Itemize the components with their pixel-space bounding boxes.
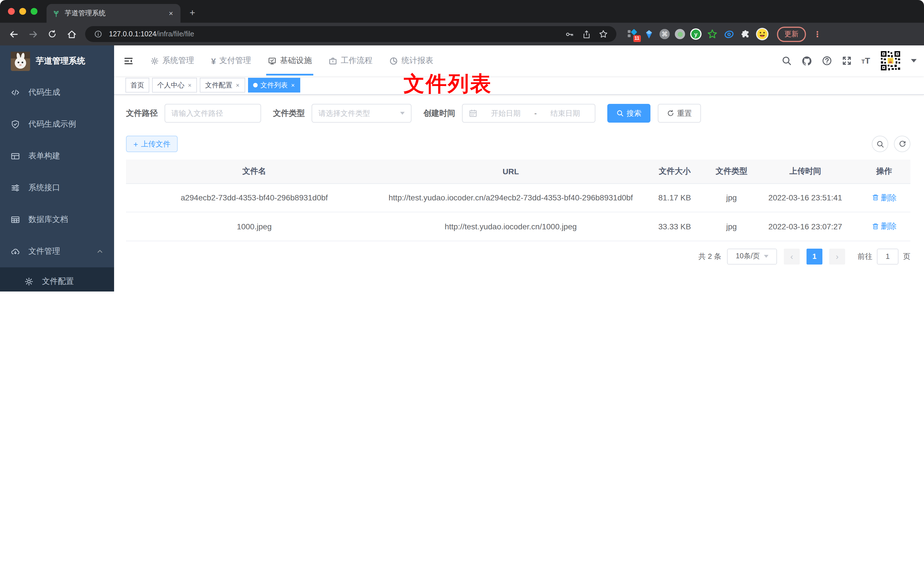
create-time-label: 创建时间 [423, 108, 455, 118]
address-bar[interactable]: 127.0.0.1:1024/infra/file/file [85, 26, 616, 42]
col-upload-time: 上传时间 [752, 160, 858, 183]
share-icon[interactable] [580, 28, 592, 40]
browser-update-button[interactable]: 更新 [777, 26, 806, 42]
form-icon [11, 152, 20, 161]
filter-file-path: 文件路径 [126, 104, 261, 122]
tab-close-icon[interactable]: × [167, 9, 175, 18]
sidebar-item-file-management[interactable]: 文件管理 [0, 236, 114, 268]
search-button[interactable]: 搜索 [607, 104, 650, 122]
yen-icon: ¥ [211, 56, 216, 66]
extension-circle-icon[interactable] [675, 29, 685, 39]
gear-icon [150, 56, 159, 65]
traffic-lights[interactable] [8, 8, 38, 15]
sidebar-item-system-api[interactable]: 系统接口 [0, 172, 114, 204]
filter-create-time: 创建时间 开始日期 - 结束日期 [423, 104, 596, 122]
sidebar-collapse-icon[interactable] [114, 56, 142, 66]
new-tab-button[interactable]: + [190, 7, 195, 23]
close-icon[interactable]: × [187, 82, 192, 89]
site-info-icon[interactable] [92, 28, 104, 40]
gear-icon [25, 277, 33, 286]
github-icon[interactable] [801, 55, 812, 66]
tab-title: 芋道管理系统 [65, 8, 163, 18]
cell-file-type: jpg [710, 212, 752, 241]
sidebar-item-code-generation[interactable]: 代码生成 [0, 77, 114, 109]
sidebar-item-db-doc[interactable]: 数据库文档 [0, 204, 114, 236]
help-icon[interactable] [822, 56, 832, 66]
url-path: /infra/file/file [156, 30, 194, 38]
page-size-select[interactable]: 10条/页 [727, 248, 777, 264]
topnav-system-management[interactable]: 系统管理 [142, 45, 203, 76]
page-content: 文件路径 文件类型 请选择文件类型 创建时间 [114, 95, 924, 292]
goto-page-input[interactable] [877, 248, 898, 264]
plus-icon: + [134, 139, 138, 149]
password-key-icon[interactable] [563, 28, 576, 40]
user-avatar-qr[interactable] [880, 50, 901, 71]
sidebar-item-file-config[interactable]: 文件配置 [0, 268, 114, 292]
topnav-workflow[interactable]: 工作流程 [320, 45, 381, 76]
home-icon[interactable] [64, 26, 79, 42]
browser-menu-icon[interactable]: ⋮ [811, 30, 823, 39]
briefcase-icon [329, 56, 337, 65]
tag-profile[interactable]: 个人中心 × [152, 78, 197, 92]
fullscreen-icon[interactable] [842, 56, 851, 66]
filter-form: 文件路径 文件类型 请选择文件类型 创建时间 [126, 104, 911, 122]
col-file-type: 文件类型 [710, 160, 752, 183]
prev-page-button[interactable]: ‹ [784, 248, 800, 264]
extension-vimium-icon[interactable] [643, 28, 654, 40]
bookmark-star-icon[interactable] [597, 28, 610, 40]
goto-label: 前往 [858, 251, 872, 261]
reset-button[interactable]: 重置 [658, 104, 701, 122]
refresh-icon [667, 109, 674, 117]
cell-file-size: 81.17 KB [639, 183, 711, 212]
close-icon[interactable]: × [235, 82, 240, 89]
cell-upload-time: 2022-03-16 23:07:27 [752, 212, 858, 241]
extension-command-icon[interactable]: ⌘ [660, 29, 670, 39]
profile-avatar-emoji[interactable] [756, 28, 769, 40]
tag-file-list[interactable]: 文件列表 × [248, 78, 300, 92]
close-window-button[interactable] [8, 8, 15, 15]
font-size-icon[interactable]: TT [861, 56, 870, 66]
table-toolbar: + 上传文件 [126, 135, 911, 152]
refresh-table-button[interactable] [894, 135, 911, 152]
cell-actions: 删除 [858, 212, 911, 241]
col-url: URL [383, 160, 639, 183]
reload-icon[interactable] [44, 26, 60, 42]
browser-tab[interactable]: 芋道管理系统 × [46, 4, 180, 23]
col-file-name: 文件名 [126, 160, 383, 183]
show-search-toggle-button[interactable] [872, 135, 888, 152]
minimize-window-button[interactable] [19, 8, 26, 15]
date-start-placeholder: 开始日期 [482, 108, 529, 118]
tag-home[interactable]: 首页 [125, 78, 149, 92]
cell-file-name: 1000.jpeg [126, 212, 383, 241]
close-icon[interactable]: × [290, 82, 295, 89]
sidebar-item-form-builder[interactable]: 表单构建 [0, 140, 114, 172]
upload-file-button[interactable]: + 上传文件 [126, 135, 178, 152]
extension-tampermonkey-icon[interactable]: 11 [627, 28, 638, 40]
page-number-1[interactable]: 1 [807, 248, 822, 264]
extension-eye-icon[interactable] [723, 28, 734, 40]
forward-icon[interactable] [25, 26, 41, 42]
date-range-picker[interactable]: 开始日期 - 结束日期 [462, 104, 596, 122]
file-path-label: 文件路径 [126, 108, 158, 118]
file-type-select[interactable]: 请选择文件类型 [312, 104, 411, 122]
delete-button[interactable]: 删除 [871, 220, 896, 232]
avatar-caret-down-icon[interactable] [911, 59, 917, 63]
extensions-puzzle-icon[interactable] [739, 28, 751, 40]
trash-icon [871, 222, 879, 230]
extension-star-icon[interactable] [706, 28, 718, 40]
delete-button[interactable]: 删除 [871, 191, 896, 203]
file-path-input[interactable] [172, 109, 254, 117]
topnav-payment-management[interactable]: ¥ 支付管理 [203, 45, 260, 76]
topnav-infrastructure[interactable]: 基础设施 [260, 45, 320, 76]
sidebar-menu: 代码生成 代码生成示例 表单构建 系统接口 数据库文档 [0, 77, 114, 292]
sidebar-item-code-demo[interactable]: 代码生成示例 [0, 109, 114, 140]
maximize-window-button[interactable] [31, 8, 38, 15]
back-icon[interactable] [6, 26, 21, 42]
next-page-button[interactable]: › [829, 248, 845, 264]
extension-y-icon[interactable]: y [690, 28, 701, 40]
topnav-statistics[interactable]: 统计报表 [381, 45, 442, 76]
url-text[interactable]: 127.0.0.1:1024/infra/file/file [109, 30, 558, 38]
top-navbar: 系统管理 ¥ 支付管理 基础设施 工作流程 统计报表 [114, 45, 924, 76]
tag-file-config[interactable]: 文件配置 × [200, 78, 245, 92]
search-icon[interactable] [781, 56, 792, 66]
